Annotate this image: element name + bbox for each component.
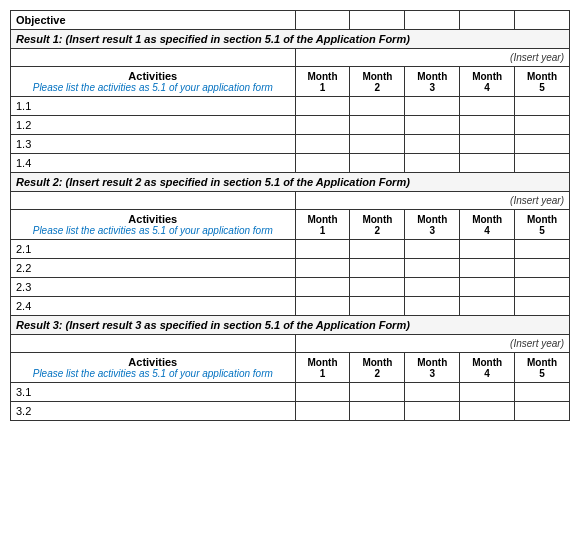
objective-value-4 (460, 11, 515, 30)
row-1-2-m4 (460, 116, 515, 135)
row-2-2-m1 (295, 259, 350, 278)
row-2-2-m2 (350, 259, 405, 278)
row-2-3-label: 2.3 (11, 278, 296, 297)
month-4-header-r3: Month 4 (460, 353, 515, 383)
row-2-1-m5 (515, 240, 570, 259)
activities-italic-2: Please list the activities as 5.1 of you… (16, 225, 290, 236)
row-2-3-m4 (460, 278, 515, 297)
row-1-2-m2 (350, 116, 405, 135)
objective-label: Objective (11, 11, 296, 30)
row-1-1-m2 (350, 97, 405, 116)
row-2-2-label: 2.2 (11, 259, 296, 278)
row-2-3-m3 (405, 278, 460, 297)
row-2-1-m1 (295, 240, 350, 259)
result-1-header: Result 1: (Insert result 1 as specified … (11, 30, 570, 49)
row-2-4-m5 (515, 297, 570, 316)
table-row: 2.1 (11, 240, 570, 259)
row-2-4-m3 (405, 297, 460, 316)
month-3-header-r3: Month 3 (405, 353, 460, 383)
result-1-year-row: (Insert year) (11, 49, 570, 67)
month-4-header-r1: Month 4 (460, 67, 515, 97)
result-2-activities-cell: Activities Please list the activities as… (11, 210, 296, 240)
month-3-header-r1: Month 3 (405, 67, 460, 97)
result-2-insert-year: (Insert year) (295, 192, 569, 210)
row-3-1-label: 3.1 (11, 383, 296, 402)
row-2-1-label: 2.1 (11, 240, 296, 259)
row-2-1-m4 (460, 240, 515, 259)
result-3-year-row: (Insert year) (11, 335, 570, 353)
result-2-year-row: (Insert year) (11, 192, 570, 210)
row-2-3-m1 (295, 278, 350, 297)
row-1-1-m4 (460, 97, 515, 116)
row-1-2-m5 (515, 116, 570, 135)
row-1-4-m4 (460, 154, 515, 173)
month-5-header-r2: Month 5 (515, 210, 570, 240)
activities-italic-1: Please list the activities as 5.1 of you… (16, 82, 290, 93)
result-2-header-row: Result 2: (Insert result 2 as specified … (11, 173, 570, 192)
activities-label-2: Activities (16, 213, 290, 225)
result-3-header: Result 3: (Insert result 3 as specified … (11, 316, 570, 335)
result-3-activities-cell: Activities Please list the activities as… (11, 353, 296, 383)
objective-row: Objective (11, 11, 570, 30)
main-table: Objective Result 1: (Insert result 1 as … (10, 10, 570, 421)
activities-label-3: Activities (16, 356, 290, 368)
result-1-activities-spacer (11, 49, 296, 67)
row-2-2-m4 (460, 259, 515, 278)
row-2-4-m4 (460, 297, 515, 316)
row-1-4-m2 (350, 154, 405, 173)
result-1-insert-year: (Insert year) (295, 49, 569, 67)
table-row: 2.4 (11, 297, 570, 316)
row-1-3-m3 (405, 135, 460, 154)
activities-label-1: Activities (16, 70, 290, 82)
row-3-1-m5 (515, 383, 570, 402)
row-3-2-label: 3.2 (11, 402, 296, 421)
row-2-3-m2 (350, 278, 405, 297)
month-5-header-r1: Month 5 (515, 67, 570, 97)
table-row: 1.4 (11, 154, 570, 173)
row-1-3-m1 (295, 135, 350, 154)
row-2-1-m2 (350, 240, 405, 259)
result-3-activities-spacer (11, 335, 296, 353)
table-row: 2.3 (11, 278, 570, 297)
row-1-1-m3 (405, 97, 460, 116)
table-row: 3.1 (11, 383, 570, 402)
result-2-activities-spacer (11, 192, 296, 210)
row-1-2-label: 1.2 (11, 116, 296, 135)
row-1-1-m5 (515, 97, 570, 116)
month-2-header-r1: Month 2 (350, 67, 405, 97)
activities-italic-3: Please list the activities as 5.1 of you… (16, 368, 290, 379)
objective-value-1 (295, 11, 350, 30)
row-1-1-m1 (295, 97, 350, 116)
result-2-activities-month-row: Activities Please list the activities as… (11, 210, 570, 240)
month-2-header-r3: Month 2 (350, 353, 405, 383)
month-1-header-r3: Month 1 (295, 353, 350, 383)
table-row: 1.1 (11, 97, 570, 116)
row-2-4-m1 (295, 297, 350, 316)
table-row: 1.2 (11, 116, 570, 135)
row-1-3-m5 (515, 135, 570, 154)
row-2-1-m3 (405, 240, 460, 259)
objective-value-5 (515, 11, 570, 30)
row-1-3-m4 (460, 135, 515, 154)
result-3-header-row: Result 3: (Insert result 3 as specified … (11, 316, 570, 335)
month-3-header-r2: Month 3 (405, 210, 460, 240)
row-2-4-label: 2.4 (11, 297, 296, 316)
table-row: 1.3 (11, 135, 570, 154)
row-1-4-m1 (295, 154, 350, 173)
result-3-activities-month-row: Activities Please list the activities as… (11, 353, 570, 383)
row-3-2-m2 (350, 402, 405, 421)
row-1-3-label: 1.3 (11, 135, 296, 154)
objective-value-2 (350, 11, 405, 30)
row-1-3-m2 (350, 135, 405, 154)
row-3-1-m1 (295, 383, 350, 402)
row-1-2-m1 (295, 116, 350, 135)
row-3-1-m2 (350, 383, 405, 402)
row-3-2-m1 (295, 402, 350, 421)
row-1-4-m5 (515, 154, 570, 173)
result-3-insert-year: (Insert year) (295, 335, 569, 353)
row-3-1-m3 (405, 383, 460, 402)
month-2-header-r2: Month 2 (350, 210, 405, 240)
table-row: 3.2 (11, 402, 570, 421)
row-3-2-m3 (405, 402, 460, 421)
row-3-1-m4 (460, 383, 515, 402)
